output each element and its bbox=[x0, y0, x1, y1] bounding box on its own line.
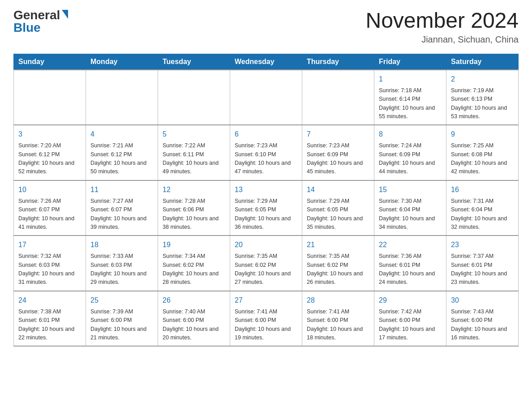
calendar-cell: 2Sunrise: 7:19 AMSunset: 6:13 PMDaylight… bbox=[446, 70, 519, 125]
day-info: Sunrise: 7:31 AMSunset: 6:04 PMDaylight:… bbox=[451, 197, 514, 232]
day-number: 17 bbox=[18, 240, 81, 250]
day-number: 28 bbox=[307, 295, 369, 306]
calendar-cell bbox=[86, 70, 158, 125]
day-number: 3 bbox=[18, 129, 81, 140]
day-of-week-header: Tuesday bbox=[158, 54, 230, 70]
calendar-cell: 23Sunrise: 7:37 AMSunset: 6:01 PMDayligh… bbox=[446, 235, 519, 291]
day-of-week-header: Saturday bbox=[446, 54, 519, 70]
day-info: Sunrise: 7:34 AMSunset: 6:02 PMDaylight:… bbox=[163, 252, 225, 287]
calendar-cell: 16Sunrise: 7:31 AMSunset: 6:04 PMDayligh… bbox=[446, 180, 519, 236]
day-info: Sunrise: 7:22 AMSunset: 6:11 PMDaylight:… bbox=[163, 141, 225, 176]
calendar-cell: 7Sunrise: 7:23 AMSunset: 6:09 PMDaylight… bbox=[302, 125, 374, 180]
day-info: Sunrise: 7:33 AMSunset: 6:03 PMDaylight:… bbox=[90, 252, 153, 287]
day-info: Sunrise: 7:23 AMSunset: 6:10 PMDaylight:… bbox=[235, 141, 297, 176]
day-of-week-header: Sunday bbox=[14, 54, 86, 70]
day-number: 5 bbox=[163, 129, 225, 140]
location: Jiannan, Sichuan, China bbox=[365, 34, 519, 45]
day-number: 16 bbox=[451, 184, 514, 195]
day-of-week-header: Monday bbox=[86, 54, 158, 70]
day-info: Sunrise: 7:41 AMSunset: 6:00 PMDaylight:… bbox=[235, 308, 297, 342]
day-info: Sunrise: 7:29 AMSunset: 6:05 PMDaylight:… bbox=[307, 197, 369, 232]
calendar-cell: 18Sunrise: 7:33 AMSunset: 6:03 PMDayligh… bbox=[86, 235, 158, 291]
day-info: Sunrise: 7:26 AMSunset: 6:07 PMDaylight:… bbox=[18, 197, 81, 232]
calendar-week-row: 24Sunrise: 7:38 AMSunset: 6:01 PMDayligh… bbox=[14, 291, 519, 347]
day-number: 1 bbox=[379, 74, 442, 85]
day-number: 26 bbox=[163, 295, 225, 306]
calendar-week-row: 17Sunrise: 7:32 AMSunset: 6:03 PMDayligh… bbox=[14, 235, 519, 291]
day-number: 19 bbox=[163, 240, 225, 250]
day-number: 9 bbox=[451, 129, 514, 140]
day-info: Sunrise: 7:43 AMSunset: 6:00 PMDaylight:… bbox=[451, 308, 514, 342]
calendar-cell: 27Sunrise: 7:41 AMSunset: 6:00 PMDayligh… bbox=[230, 291, 302, 347]
day-info: Sunrise: 7:37 AMSunset: 6:01 PMDaylight:… bbox=[451, 252, 514, 287]
day-number: 25 bbox=[90, 295, 153, 306]
calendar-cell: 22Sunrise: 7:36 AMSunset: 6:01 PMDayligh… bbox=[374, 235, 446, 291]
calendar-cell: 12Sunrise: 7:28 AMSunset: 6:06 PMDayligh… bbox=[158, 180, 230, 236]
day-info: Sunrise: 7:23 AMSunset: 6:09 PMDaylight:… bbox=[307, 141, 369, 176]
day-info: Sunrise: 7:29 AMSunset: 6:05 PMDaylight:… bbox=[235, 197, 297, 232]
day-info: Sunrise: 7:40 AMSunset: 6:00 PMDaylight:… bbox=[163, 308, 225, 342]
calendar-cell: 26Sunrise: 7:40 AMSunset: 6:00 PMDayligh… bbox=[158, 291, 230, 347]
calendar-cell bbox=[158, 70, 230, 125]
day-number: 18 bbox=[90, 240, 153, 250]
day-number: 7 bbox=[307, 129, 369, 140]
day-number: 12 bbox=[163, 184, 225, 195]
calendar-cell: 9Sunrise: 7:25 AMSunset: 6:08 PMDaylight… bbox=[446, 125, 519, 180]
day-info: Sunrise: 7:36 AMSunset: 6:01 PMDaylight:… bbox=[379, 252, 442, 287]
day-of-week-header: Thursday bbox=[302, 54, 374, 70]
day-info: Sunrise: 7:18 AMSunset: 6:14 PMDaylight:… bbox=[379, 86, 442, 121]
day-info: Sunrise: 7:25 AMSunset: 6:08 PMDaylight:… bbox=[451, 141, 514, 176]
calendar-cell: 28Sunrise: 7:41 AMSunset: 6:00 PMDayligh… bbox=[302, 291, 374, 347]
day-number: 21 bbox=[307, 240, 369, 250]
calendar-cell: 10Sunrise: 7:26 AMSunset: 6:07 PMDayligh… bbox=[14, 180, 86, 236]
calendar-cell: 4Sunrise: 7:21 AMSunset: 6:12 PMDaylight… bbox=[86, 125, 158, 180]
header-row: SundayMondayTuesdayWednesdayThursdayFrid… bbox=[14, 54, 519, 70]
day-info: Sunrise: 7:42 AMSunset: 6:00 PMDaylight:… bbox=[379, 308, 442, 342]
calendar-cell: 3Sunrise: 7:20 AMSunset: 6:12 PMDaylight… bbox=[14, 125, 86, 180]
day-number: 13 bbox=[235, 184, 297, 195]
day-number: 29 bbox=[379, 295, 442, 306]
day-number: 22 bbox=[379, 240, 442, 250]
month-title: November 2024 bbox=[365, 9, 519, 33]
day-info: Sunrise: 7:41 AMSunset: 6:00 PMDaylight:… bbox=[307, 308, 369, 342]
day-number: 2 bbox=[451, 74, 514, 85]
calendar-cell: 6Sunrise: 7:23 AMSunset: 6:10 PMDaylight… bbox=[230, 125, 302, 180]
calendar-cell bbox=[302, 70, 374, 125]
day-number: 15 bbox=[379, 184, 442, 195]
calendar-cell: 24Sunrise: 7:38 AMSunset: 6:01 PMDayligh… bbox=[14, 291, 86, 347]
calendar-table: SundayMondayTuesdayWednesdayThursdayFrid… bbox=[13, 54, 519, 347]
day-info: Sunrise: 7:39 AMSunset: 6:00 PMDaylight:… bbox=[90, 308, 153, 342]
calendar-cell: 8Sunrise: 7:24 AMSunset: 6:09 PMDaylight… bbox=[374, 125, 446, 180]
logo: General Blue bbox=[13, 9, 68, 34]
day-info: Sunrise: 7:35 AMSunset: 6:02 PMDaylight:… bbox=[307, 252, 369, 287]
day-of-week-header: Friday bbox=[374, 54, 446, 70]
day-info: Sunrise: 7:20 AMSunset: 6:12 PMDaylight:… bbox=[18, 141, 81, 176]
logo-triangle-icon bbox=[62, 10, 68, 19]
calendar-cell bbox=[230, 70, 302, 125]
logo-blue: Blue bbox=[13, 21, 41, 34]
day-info: Sunrise: 7:35 AMSunset: 6:02 PMDaylight:… bbox=[235, 252, 297, 287]
day-number: 11 bbox=[90, 184, 153, 195]
calendar-cell: 11Sunrise: 7:27 AMSunset: 6:07 PMDayligh… bbox=[86, 180, 158, 236]
title-section: November 2024 Jiannan, Sichuan, China bbox=[365, 9, 519, 45]
calendar-cell: 5Sunrise: 7:22 AMSunset: 6:11 PMDaylight… bbox=[158, 125, 230, 180]
calendar-cell: 30Sunrise: 7:43 AMSunset: 6:00 PMDayligh… bbox=[446, 291, 519, 347]
day-info: Sunrise: 7:24 AMSunset: 6:09 PMDaylight:… bbox=[379, 141, 442, 176]
day-info: Sunrise: 7:30 AMSunset: 6:04 PMDaylight:… bbox=[379, 197, 442, 232]
calendar-week-row: 10Sunrise: 7:26 AMSunset: 6:07 PMDayligh… bbox=[14, 180, 519, 236]
day-number: 27 bbox=[235, 295, 297, 306]
calendar-week-row: 3Sunrise: 7:20 AMSunset: 6:12 PMDaylight… bbox=[14, 125, 519, 180]
calendar-cell: 17Sunrise: 7:32 AMSunset: 6:03 PMDayligh… bbox=[14, 235, 86, 291]
calendar-cell: 20Sunrise: 7:35 AMSunset: 6:02 PMDayligh… bbox=[230, 235, 302, 291]
day-info: Sunrise: 7:38 AMSunset: 6:01 PMDaylight:… bbox=[18, 308, 81, 342]
day-number: 14 bbox=[307, 184, 369, 195]
day-info: Sunrise: 7:27 AMSunset: 6:07 PMDaylight:… bbox=[90, 197, 153, 232]
day-number: 8 bbox=[379, 129, 442, 140]
logo-general: General bbox=[13, 9, 60, 21]
calendar-cell: 13Sunrise: 7:29 AMSunset: 6:05 PMDayligh… bbox=[230, 180, 302, 236]
page-header: General Blue November 2024 Jiannan, Sich… bbox=[13, 9, 519, 45]
calendar-cell: 19Sunrise: 7:34 AMSunset: 6:02 PMDayligh… bbox=[158, 235, 230, 291]
day-number: 10 bbox=[18, 184, 81, 195]
calendar-header: SundayMondayTuesdayWednesdayThursdayFrid… bbox=[14, 54, 519, 70]
calendar-cell: 14Sunrise: 7:29 AMSunset: 6:05 PMDayligh… bbox=[302, 180, 374, 236]
